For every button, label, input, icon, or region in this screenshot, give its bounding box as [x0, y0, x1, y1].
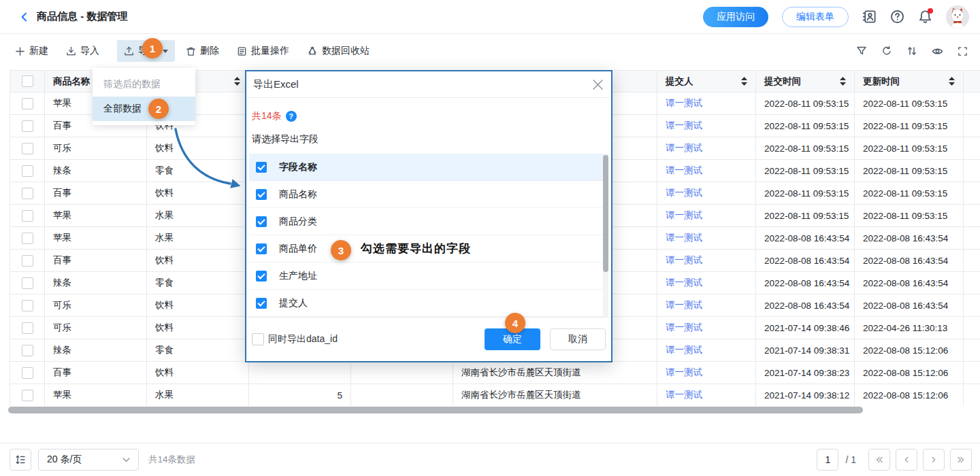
batch-operations-button[interactable]: 批量操作 — [237, 45, 289, 57]
page-size-select[interactable]: 20 条/页 — [38, 449, 139, 471]
delete-button[interactable]: 删除 — [186, 45, 219, 57]
menu-item-all-data[interactable]: 全部数据 — [93, 97, 195, 121]
filter-icon[interactable] — [856, 46, 867, 56]
data-id-checkbox[interactable] — [252, 333, 264, 345]
cell-extra — [964, 362, 980, 384]
sort-icon[interactable] — [906, 46, 917, 56]
cell-submit-time: 2022-08-11 09:53:15 — [756, 92, 855, 115]
row-checkbox[interactable] — [22, 367, 33, 379]
cell-submit-time: 2022-08-11 09:53:15 — [756, 205, 855, 227]
cell-extra — [964, 205, 980, 227]
submitter-link[interactable]: 谭一测试 — [666, 232, 702, 244]
select-all-checkbox[interactable] — [22, 75, 33, 87]
row-checkbox[interactable] — [22, 143, 33, 154]
field-row: 生产地址 — [249, 262, 608, 290]
row-checkbox[interactable] — [22, 98, 33, 109]
fullscreen-icon[interactable] — [958, 46, 968, 56]
first-page-button[interactable] — [868, 449, 890, 471]
sort-arrows-icon[interactable] — [840, 77, 846, 86]
submitter-link[interactable]: 谭一测试 — [666, 254, 702, 267]
recycle-icon — [307, 46, 318, 56]
row-checkbox[interactable] — [22, 233, 33, 244]
row-checkbox[interactable] — [22, 390, 33, 401]
submitter-link[interactable]: 谭一测试 — [666, 389, 702, 401]
row-height-button[interactable] — [10, 449, 31, 471]
cell-submitter: 谭一测试 — [657, 227, 756, 250]
row-checkbox[interactable] — [22, 277, 33, 289]
checked-checkbox[interactable] — [256, 162, 267, 173]
sort-arrows-icon[interactable] — [234, 77, 240, 86]
help-icon[interactable] — [890, 10, 904, 24]
visibility-eye-icon[interactable] — [932, 46, 943, 57]
submitter-link[interactable]: 谭一测试 — [666, 344, 702, 356]
cell-submitter: 谭一测试 — [657, 182, 756, 205]
close-icon[interactable] — [593, 80, 603, 90]
submitter-link[interactable]: 谭一测试 — [666, 165, 702, 177]
checked-checkbox[interactable] — [256, 189, 267, 200]
checked-checkbox[interactable] — [256, 216, 267, 227]
row-checkbox-cell — [10, 227, 45, 250]
contact-book-icon[interactable] — [862, 10, 877, 24]
checked-checkbox[interactable] — [256, 243, 267, 254]
row-checkbox[interactable] — [22, 120, 33, 132]
sort-arrows-icon[interactable] — [741, 77, 747, 86]
prev-page-button[interactable] — [896, 449, 917, 471]
last-page-button[interactable] — [950, 449, 972, 471]
app-access-button[interactable]: 应用访问 — [703, 7, 768, 27]
row-checkbox[interactable] — [22, 345, 33, 356]
row-checkbox[interactable] — [22, 210, 33, 222]
table-row: 苹果水果5湖南省长沙市岳麓区天顶街道谭一测试2021-07-14 09:38:1… — [10, 384, 980, 406]
cell-update-time: 2022-08-08 16:43:54 — [855, 250, 964, 272]
submitter-link[interactable]: 谭一测试 — [666, 187, 702, 199]
cell-category: 零食 — [147, 339, 249, 362]
header-submitter[interactable]: 提交人 — [657, 71, 756, 92]
submitter-link[interactable]: 谭一测试 — [666, 97, 702, 109]
new-button[interactable]: 新建 — [15, 45, 48, 57]
cell-price: 5 — [249, 384, 351, 406]
submitter-link[interactable]: 谭一测试 — [666, 299, 702, 311]
import-button[interactable]: 导入 — [66, 45, 99, 57]
row-checkbox-cell — [10, 250, 45, 272]
cell-update-time: 2022-08-08 15:12:06 — [855, 384, 964, 406]
cell-empty — [351, 384, 453, 406]
cell-empty — [351, 362, 453, 384]
current-page-input[interactable]: 1 — [817, 449, 838, 471]
checked-checkbox[interactable] — [256, 298, 267, 309]
cell-submitter: 谭一测试 — [657, 384, 756, 406]
step-badge-3: 3 — [331, 240, 351, 260]
row-checkbox[interactable] — [22, 255, 33, 267]
row-checkbox-cell — [10, 384, 45, 406]
list-scrollbar-thumb[interactable] — [603, 155, 608, 272]
header-update-time[interactable]: 更新时间 — [855, 71, 964, 92]
row-checkbox[interactable] — [22, 300, 33, 311]
recycle-bin-button[interactable]: 数据回收站 — [307, 45, 370, 57]
cell-category: 零食 — [147, 272, 249, 294]
submitter-link[interactable]: 谭一测试 — [666, 277, 702, 289]
submitter-link[interactable]: 谭一测试 — [666, 120, 702, 132]
cell-product-name: 辣条 — [45, 160, 147, 182]
sort-arrows-icon[interactable] — [949, 77, 955, 86]
checked-checkbox[interactable] — [256, 271, 267, 282]
cancel-button[interactable]: 取消 — [550, 328, 606, 350]
record-count-text: 共14条 — [252, 110, 282, 122]
row-checkbox[interactable] — [22, 165, 33, 177]
refresh-icon[interactable] — [881, 46, 892, 56]
notification-bell-icon[interactable] — [918, 10, 932, 24]
menu-item-filtered-data[interactable]: 筛选后的数据 — [93, 72, 195, 97]
cell-submit-time: 2022-08-08 16:43:54 — [756, 294, 855, 317]
avatar[interactable] — [946, 5, 969, 29]
horizontal-scrollbar[interactable] — [8, 407, 863, 413]
submitter-link[interactable]: 谭一测试 — [666, 209, 702, 222]
next-page-button[interactable] — [923, 449, 945, 471]
total-pages-text: / 1 — [845, 454, 856, 465]
row-checkbox[interactable] — [22, 322, 33, 334]
help-icon[interactable]: ? — [286, 111, 297, 122]
row-checkbox[interactable] — [22, 188, 33, 199]
submitter-link[interactable]: 谭一测试 — [666, 322, 702, 334]
back-button[interactable] — [19, 12, 30, 22]
submitter-link[interactable]: 谭一测试 — [666, 142, 702, 154]
modal-title: 导出Excel — [253, 78, 299, 91]
submitter-link[interactable]: 谭一测试 — [666, 367, 702, 379]
edit-form-button[interactable]: 编辑表单 — [782, 7, 849, 27]
header-submit-time[interactable]: 提交时间 — [756, 71, 855, 92]
